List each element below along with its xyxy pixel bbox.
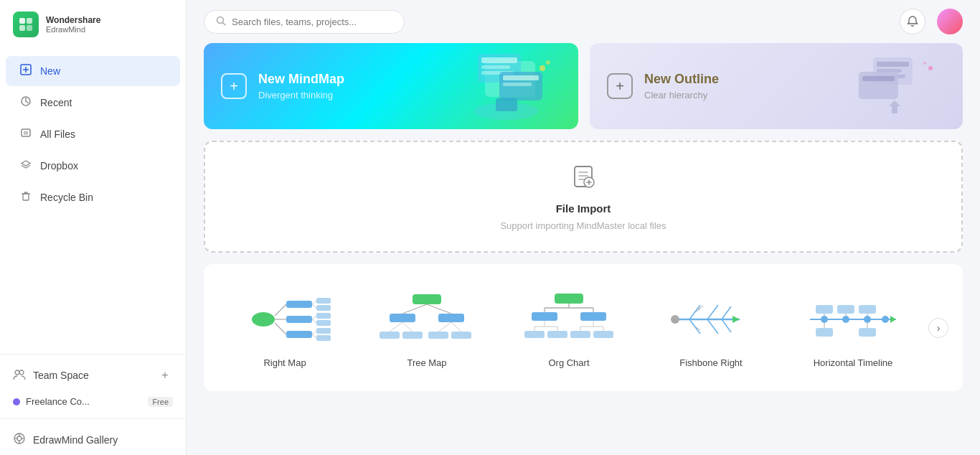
svg-point-14: [19, 370, 24, 375]
recent-icon: [19, 95, 33, 110]
user-avatar[interactable]: [937, 9, 963, 34]
svg-line-105: [707, 319, 718, 334]
new-mindmap-title: New MindMap: [258, 72, 344, 87]
svg-point-116: [882, 316, 889, 323]
svg-rect-119: [859, 305, 876, 314]
svg-line-65: [312, 331, 316, 334]
new-outline-card[interactable]: + New Outline Clear hierarchy: [590, 43, 963, 129]
team-item-freelance[interactable]: Freelance Co... Free: [0, 390, 186, 413]
horizontal-timeline-thumb: [796, 287, 910, 352]
file-import-card[interactable]: File Import Support importing MindMaster…: [204, 141, 963, 253]
svg-point-115: [864, 316, 871, 323]
template-horizontal-timeline[interactable]: Horizontal Timeline: [786, 278, 920, 377]
svg-rect-69: [438, 314, 464, 322]
svg-line-71: [427, 304, 451, 314]
svg-rect-90: [593, 331, 613, 338]
svg-line-102: [707, 305, 718, 319]
chevron-right-icon: ›: [937, 322, 941, 334]
templates-next-arrow[interactable]: ›: [928, 318, 948, 338]
fishbone-right-thumb: [654, 287, 768, 352]
tree-map-label: Tree Map: [407, 357, 446, 368]
recycle-bin-icon: [19, 190, 33, 205]
svg-rect-72: [380, 332, 400, 339]
svg-point-113: [821, 316, 828, 323]
svg-line-22: [223, 22, 226, 25]
search-box[interactable]: [204, 10, 405, 34]
svg-rect-39: [859, 72, 898, 99]
new-outline-title: New Outline: [644, 72, 719, 87]
svg-line-79: [451, 322, 461, 332]
org-chart-label: Org Chart: [548, 357, 589, 368]
svg-rect-51: [286, 331, 312, 338]
template-org-chart[interactable]: Org Chart: [502, 278, 636, 377]
svg-rect-40: [862, 76, 895, 81]
template-tree-map[interactable]: Tree Map: [360, 278, 494, 377]
svg-line-54: [275, 323, 286, 334]
dropbox-icon: [19, 159, 33, 173]
svg-rect-60: [316, 320, 331, 326]
svg-rect-88: [547, 331, 567, 338]
svg-rect-55: [316, 298, 331, 304]
svg-rect-36: [877, 62, 909, 67]
svg-line-57: [312, 301, 316, 304]
svg-rect-74: [428, 332, 448, 339]
free-badge: Free: [148, 397, 173, 407]
svg-rect-29: [503, 75, 539, 80]
fishbone-right-label: Fishbone Right: [679, 357, 742, 368]
search-icon: [216, 16, 226, 28]
svg-line-104: [689, 319, 700, 334]
gallery-icon: [13, 432, 26, 448]
sidebar-item-recycle-bin-label: Recycle Bin: [40, 192, 93, 203]
svg-rect-118: [837, 305, 854, 314]
file-import-icon: [569, 162, 598, 197]
svg-rect-26: [481, 65, 510, 69]
sidebar-item-recent[interactable]: Recent: [6, 88, 180, 118]
svg-line-58: [312, 304, 316, 308]
team-space-label: Team Space: [33, 370, 89, 381]
svg-line-77: [402, 322, 413, 332]
svg-line-103: [722, 306, 731, 319]
svg-point-41: [928, 66, 933, 70]
svg-rect-3: [27, 25, 32, 31]
sidebar-divider-2: [0, 418, 186, 419]
svg-rect-25: [481, 57, 517, 63]
right-map-thumb: [227, 287, 342, 352]
team-space-icon: [13, 368, 26, 383]
topbar: [187, 0, 980, 43]
sidebar-item-new-label: New: [40, 65, 60, 77]
gallery-label: EdrawMind Gallery: [33, 434, 118, 446]
sidebar-item-dropbox[interactable]: Dropbox: [6, 151, 180, 181]
svg-line-52: [275, 304, 286, 316]
right-map-label: Right Map: [263, 357, 306, 368]
svg-rect-0: [19, 18, 25, 24]
template-fishbone-right[interactable]: Fishbone Right: [644, 278, 778, 377]
svg-point-110: [671, 315, 679, 324]
sidebar-item-all-files[interactable]: All Files: [6, 119, 180, 149]
svg-rect-64: [316, 335, 331, 341]
template-right-map[interactable]: Right Map: [218, 278, 352, 377]
svg-rect-11: [23, 194, 29, 200]
svg-rect-73: [402, 332, 423, 339]
sidebar-item-gallery[interactable]: EdrawMind Gallery: [0, 425, 186, 455]
logo-icon: [13, 11, 39, 37]
templates-grid: Right Map: [218, 278, 948, 377]
cards-row: + New MindMap Divergent thinking: [204, 43, 963, 129]
add-team-button[interactable]: +: [157, 367, 173, 383]
svg-line-106: [722, 319, 731, 332]
svg-line-78: [438, 322, 451, 332]
content-area: + New MindMap Divergent thinking: [187, 43, 980, 408]
sidebar-item-recycle-bin[interactable]: Recycle Bin: [6, 182, 180, 212]
svg-rect-117: [816, 305, 833, 314]
new-mindmap-card[interactable]: + New MindMap Divergent thinking: [204, 43, 578, 129]
notification-button[interactable]: [900, 9, 925, 34]
sidebar-divider-1: [0, 354, 186, 355]
svg-rect-2: [19, 25, 25, 31]
svg-point-32: [546, 60, 550, 65]
svg-line-76: [390, 322, 402, 332]
sidebar-item-new[interactable]: New: [6, 56, 180, 86]
logo-subtitle: EdrawMind: [46, 25, 100, 34]
file-import-subtitle: Support importing MindMaster local files: [500, 220, 666, 231]
search-input[interactable]: [232, 17, 392, 27]
svg-rect-34: [496, 98, 517, 111]
svg-rect-1: [27, 18, 32, 24]
